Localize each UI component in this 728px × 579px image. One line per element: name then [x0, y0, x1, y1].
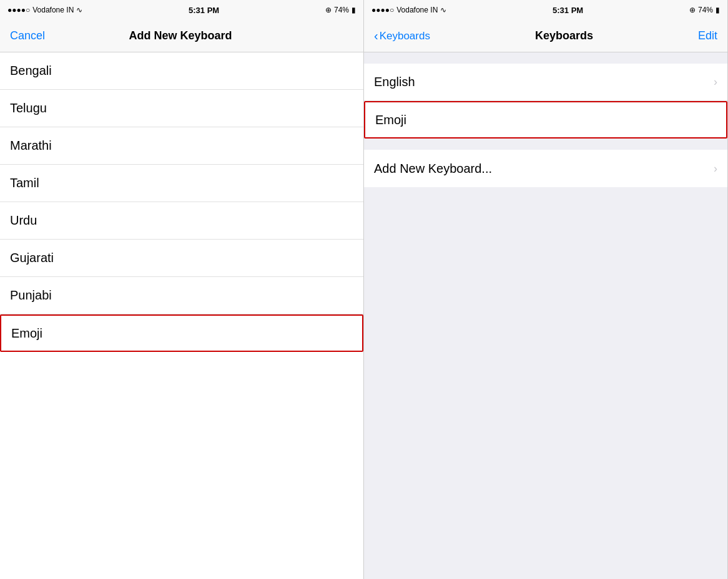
list-item-bengali-label: Bengali: [10, 64, 52, 78]
add-keyboard-chevron-icon: ›: [714, 162, 717, 175]
edit-button[interactable]: Edit: [698, 29, 717, 42]
list-item-punjabi[interactable]: Punjabi: [0, 277, 363, 314]
left-status-bar: ●●●●○ Vodafone IN ∿ 5:31 PM ⊕ 74% ▮: [0, 0, 363, 20]
list-item-tamil-label: Tamil: [10, 176, 39, 190]
left-battery: 74%: [334, 6, 349, 14]
left-status-right: ⊕ 74% ▮: [325, 6, 356, 14]
cancel-button[interactable]: Cancel: [10, 29, 45, 42]
list-item-gujarati-label: Gujarati: [10, 251, 54, 265]
right-status-left: ●●●●○ Vodafone IN ∿: [371, 6, 446, 14]
list-item-english-label: English: [374, 75, 415, 89]
list-item-urdu-label: Urdu: [10, 213, 37, 228]
right-status-right: ⊕ 74% ▮: [689, 6, 720, 14]
left-signal-dots: ●●●●○: [7, 6, 30, 14]
left-nav-bar: Cancel Add New Keyboard: [0, 20, 363, 52]
list-item-urdu[interactable]: Urdu: [0, 202, 363, 240]
left-nav-title: Add New Keyboard: [129, 29, 232, 42]
back-button[interactable]: ‹ Keyboards: [374, 29, 430, 43]
left-wifi-icon: ∿: [76, 6, 82, 14]
right-nav-bar: ‹ Keyboards Keyboards Edit: [364, 20, 727, 52]
bottom-gray-area: [364, 187, 727, 579]
right-wifi-icon: ∿: [440, 6, 446, 14]
right-add-keyboard-group: Add New Keyboard... ›: [364, 150, 727, 187]
right-signal-dots: ●●●●○: [371, 6, 394, 14]
right-keyboard-list: English › Emoji: [364, 64, 727, 139]
back-chevron-icon: ‹: [374, 29, 378, 43]
list-item-bengali[interactable]: Bengali: [0, 52, 363, 90]
right-carrier: Vodafone IN: [396, 6, 438, 14]
list-item-emoji-left[interactable]: Emoji: [0, 314, 363, 352]
list-item-emoji-right[interactable]: Emoji: [364, 101, 727, 139]
left-carrier: Vodafone IN: [32, 6, 74, 14]
left-battery-icon: ▮: [352, 6, 356, 14]
right-satellite-icon: ⊕: [689, 6, 696, 14]
english-chevron-icon: ›: [714, 75, 717, 89]
right-nav-title: Keyboards: [535, 29, 593, 42]
list-item-marathi[interactable]: Marathi: [0, 127, 363, 165]
list-item-punjabi-label: Punjabi: [10, 288, 52, 303]
right-battery: 74%: [698, 6, 713, 14]
left-time: 5:31 PM: [189, 6, 219, 15]
list-item-add-keyboard-label: Add New Keyboard...: [374, 162, 492, 176]
right-status-bar: ●●●●○ Vodafone IN ∿ 5:31 PM ⊕ 74% ▮: [364, 0, 727, 20]
list-item-marathi-label: Marathi: [10, 139, 52, 153]
right-phone-panel: ●●●●○ Vodafone IN ∿ 5:31 PM ⊕ 74% ▮ ‹ Ke…: [364, 0, 728, 579]
left-status-left: ●●●●○ Vodafone IN ∿: [7, 6, 82, 14]
list-item-add-keyboard[interactable]: Add New Keyboard... ›: [364, 150, 727, 187]
list-item-telugu-label: Telugu: [10, 101, 47, 115]
left-phone-panel: ●●●●○ Vodafone IN ∿ 5:31 PM ⊕ 74% ▮ Canc…: [0, 0, 364, 579]
left-keyboard-list: Bengali Telugu Marathi Tamil Urdu Gujara…: [0, 52, 363, 579]
list-item-english[interactable]: English ›: [364, 64, 727, 101]
list-item-emoji-right-label: Emoji: [375, 113, 406, 127]
middle-section-gap: [364, 139, 727, 150]
right-battery-icon: ▮: [716, 6, 720, 14]
list-item-gujarati[interactable]: Gujarati: [0, 240, 363, 277]
left-satellite-icon: ⊕: [325, 6, 332, 14]
back-label: Keyboards: [380, 30, 430, 42]
list-item-emoji-left-label: Emoji: [11, 326, 42, 341]
list-item-tamil[interactable]: Tamil: [0, 165, 363, 202]
list-item-telugu[interactable]: Telugu: [0, 90, 363, 127]
top-section-gap: [364, 52, 727, 64]
right-time: 5:31 PM: [553, 6, 583, 15]
